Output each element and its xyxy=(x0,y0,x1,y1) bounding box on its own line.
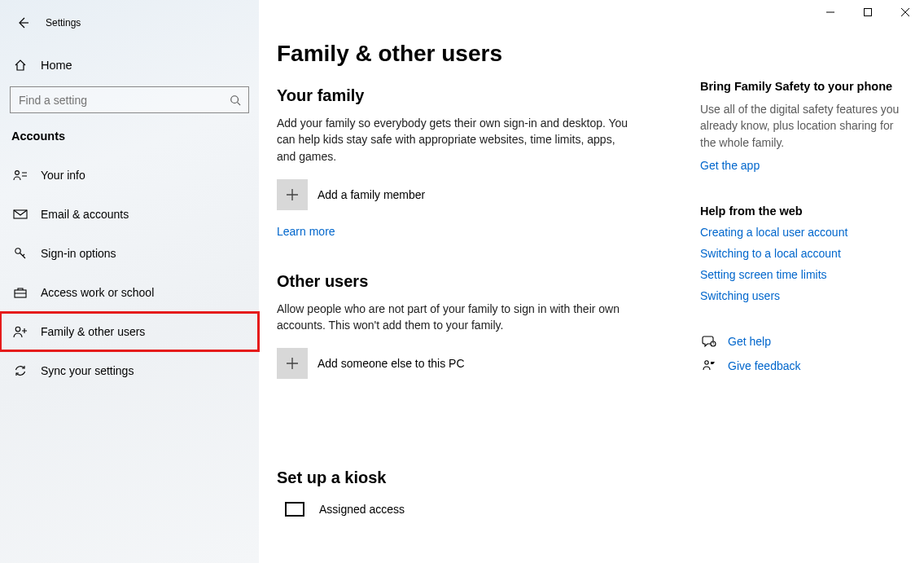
sync-icon xyxy=(11,364,29,377)
your-family-desc: Add your family so everybody gets their … xyxy=(277,115,635,165)
nav-sync-settings[interactable]: Sync your settings xyxy=(0,351,259,390)
promo-title: Bring Family Safety to your phone xyxy=(700,80,912,93)
search-input[interactable] xyxy=(10,86,249,113)
minimize-icon xyxy=(826,8,834,16)
svg-point-0 xyxy=(231,95,239,103)
help-link-switch-local[interactable]: Switching to a local account xyxy=(700,247,912,260)
kiosk-heading: Set up a kiosk xyxy=(277,468,668,487)
other-users-desc: Allow people who are not part of your fa… xyxy=(277,301,635,334)
briefcase-icon xyxy=(11,287,29,298)
back-button[interactable] xyxy=(10,10,36,36)
give-feedback-link[interactable]: Give feedback xyxy=(728,359,801,372)
mail-icon xyxy=(11,209,29,219)
your-family-heading: Your family xyxy=(277,86,668,105)
key-icon xyxy=(11,247,29,260)
chat-help-icon: ? xyxy=(700,335,718,348)
get-app-link[interactable]: Get the app xyxy=(700,159,760,172)
add-family-member-button[interactable]: Add a family member xyxy=(277,179,668,210)
help-link-screen-time[interactable]: Setting screen time limits xyxy=(700,268,912,281)
assigned-access-button[interactable]: Assigned access xyxy=(277,502,668,517)
nav-your-info[interactable]: Your info xyxy=(0,156,259,195)
section-title: Accounts xyxy=(0,113,259,151)
close-button[interactable] xyxy=(887,0,924,24)
nav-signin-options[interactable]: Sign-in options xyxy=(0,234,259,273)
sidebar: Settings Home Accounts Your info xyxy=(0,0,259,563)
person-add-icon xyxy=(11,325,29,338)
add-other-user-button[interactable]: Add someone else to this PC xyxy=(277,348,668,379)
promo-desc: Use all of the digital safety features y… xyxy=(700,101,912,151)
home-icon xyxy=(11,59,29,72)
help-web-title: Help from the web xyxy=(700,205,912,218)
nav-family-users[interactable]: Family & other users xyxy=(0,312,259,351)
nav-list: Your info Email & accounts Sign-in optio… xyxy=(0,156,259,390)
aside-column: Bring Family Safety to your phone Use al… xyxy=(700,0,912,563)
content-column: Family & other users Your family Add you… xyxy=(277,0,668,563)
plus-icon xyxy=(277,348,308,379)
main-area: Family & other users Your family Add you… xyxy=(259,0,924,563)
arrow-left-icon xyxy=(16,16,29,29)
svg-rect-9 xyxy=(865,9,872,16)
minimize-button[interactable] xyxy=(812,0,849,24)
help-link-create-local[interactable]: Creating a local user account xyxy=(700,226,912,239)
get-help-link[interactable]: Get help xyxy=(728,335,771,348)
maximize-icon xyxy=(864,8,872,16)
svg-point-8 xyxy=(705,361,708,364)
close-icon xyxy=(901,8,909,16)
home-nav[interactable]: Home xyxy=(0,51,259,80)
window-controls xyxy=(812,0,924,24)
home-label: Home xyxy=(41,59,72,72)
person-lines-icon xyxy=(11,169,29,181)
maximize-button[interactable] xyxy=(849,0,887,24)
feedback-icon xyxy=(700,359,718,372)
svg-point-5 xyxy=(15,327,20,332)
nav-email-accounts[interactable]: Email & accounts xyxy=(0,195,259,234)
search-icon xyxy=(230,95,241,106)
page-title: Family & other users xyxy=(277,41,668,67)
plus-icon xyxy=(277,179,308,210)
learn-more-link[interactable]: Learn more xyxy=(277,225,335,238)
window-title: Settings xyxy=(46,17,81,29)
other-users-heading: Other users xyxy=(277,272,668,291)
nav-work-school[interactable]: Access work or school xyxy=(0,273,259,312)
help-link-switch-users[interactable]: Switching users xyxy=(700,289,912,302)
kiosk-icon xyxy=(285,502,304,517)
svg-point-3 xyxy=(15,249,20,253)
svg-point-1 xyxy=(15,171,20,175)
